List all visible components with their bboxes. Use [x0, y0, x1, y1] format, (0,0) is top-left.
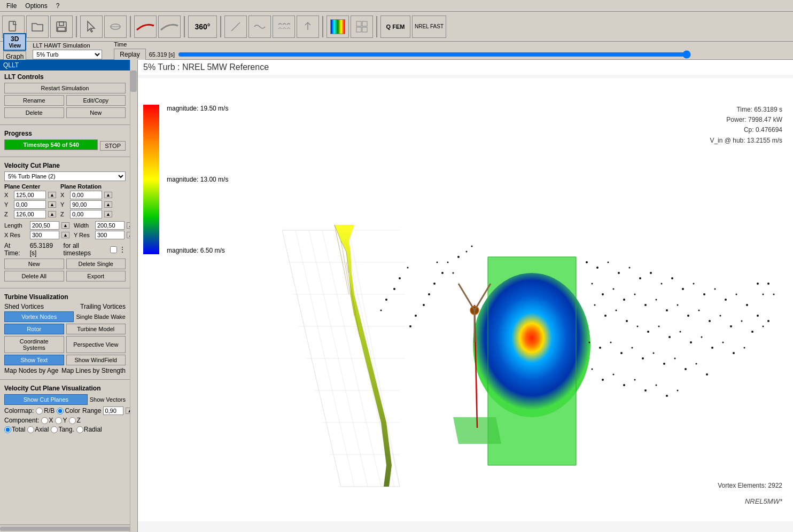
- wave1-button[interactable]: [248, 15, 271, 38]
- z-center-input[interactable]: [14, 210, 46, 218]
- qfem-button[interactable]: Q FEM: [380, 15, 410, 38]
- vortex-elements-info: Vortex Elements: 2922: [718, 482, 782, 489]
- circle-tool-button[interactable]: [104, 15, 127, 38]
- settings-icon[interactable]: ⋮: [119, 246, 126, 253]
- z-comp-radio[interactable]: [69, 417, 76, 424]
- color-radio[interactable]: [57, 408, 64, 414]
- colormap-green-button[interactable]: [326, 15, 349, 38]
- show-text-button[interactable]: Show Text: [4, 355, 64, 365]
- stop-button[interactable]: STOP: [100, 141, 126, 151]
- replay-button[interactable]: Replay: [114, 49, 145, 60]
- z-rot-input[interactable]: [70, 210, 102, 218]
- 360-view-button[interactable]: 360°: [188, 15, 217, 38]
- total-comp-label: Total: [4, 426, 25, 433]
- yres-input[interactable]: [95, 231, 125, 239]
- vortex-mesh: [335, 225, 392, 487]
- scrollbar-thumb[interactable]: [130, 71, 137, 92]
- svg-point-70: [725, 299, 727, 301]
- rb-radio[interactable]: [36, 408, 43, 414]
- delete-button[interactable]: Delete: [4, 107, 64, 118]
- turbine-model-button[interactable]: Turbine Model: [66, 324, 126, 334]
- range-input[interactable]: [103, 406, 123, 415]
- menu-file[interactable]: File: [2, 1, 21, 11]
- svg-point-62: [639, 277, 641, 279]
- open-file-button[interactable]: [26, 15, 49, 38]
- svg-point-125: [613, 374, 615, 375]
- delete-all-button[interactable]: Delete All: [4, 271, 64, 281]
- y-center-up[interactable]: ▲: [48, 201, 56, 208]
- show-cut-planes-button[interactable]: Show Cut Planes: [4, 394, 88, 405]
- time-slider[interactable]: [178, 50, 691, 59]
- nrel-fast-button[interactable]: NREL FAST: [412, 15, 446, 38]
- vcp-viz-section: Velocity Cut Plane Visualization Show Cu…: [0, 382, 130, 436]
- width-input[interactable]: [95, 221, 125, 230]
- x-rot-input[interactable]: [70, 191, 102, 199]
- rename-button[interactable]: Rename: [4, 95, 64, 106]
- total-comp-radio[interactable]: [4, 426, 11, 433]
- xres-input[interactable]: [30, 231, 59, 239]
- z-rot-up[interactable]: ▲: [104, 211, 112, 217]
- radial-comp-radio[interactable]: [76, 426, 83, 433]
- x-center-up[interactable]: ▲: [48, 192, 56, 198]
- z-center-up[interactable]: ▲: [48, 211, 56, 217]
- new-sim-button[interactable]: New: [66, 107, 126, 118]
- svg-point-46: [437, 262, 438, 263]
- velocity-plane-select[interactable]: 5% Turb Plane (2): [4, 171, 126, 181]
- x-center-input[interactable]: [14, 191, 46, 199]
- x-comp-radio[interactable]: [41, 417, 48, 424]
- svg-point-130: [666, 395, 668, 397]
- llt-hawt-label: LLT HAWT Simulation: [33, 42, 102, 49]
- new-plane-button[interactable]: New: [4, 259, 64, 269]
- 3d-render-area[interactable]: magnitude: 19.50 m/s magnitude: 13.00 m/…: [138, 78, 793, 521]
- svg-point-110: [767, 320, 769, 322]
- blade-red-button[interactable]: [134, 15, 157, 38]
- svg-point-73: [592, 283, 593, 285]
- coord-sys-button[interactable]: Coordinate Systems: [4, 336, 64, 353]
- length-input[interactable]: [30, 221, 59, 230]
- y-comp-radio[interactable]: [55, 417, 62, 424]
- axial-comp-radio[interactable]: [27, 426, 34, 433]
- show-windfield-button[interactable]: Show WindField: [66, 355, 126, 365]
- menu-help[interactable]: ?: [52, 1, 64, 11]
- y-rot-input[interactable]: [70, 200, 102, 209]
- perspective-view-button[interactable]: Perspective View: [66, 336, 126, 353]
- xres-up[interactable]: ▲: [61, 232, 69, 238]
- svg-point-60: [618, 272, 620, 274]
- for-all-label: for all timesteps: [64, 242, 108, 257]
- svg-point-66: [682, 288, 684, 290]
- simulation-select[interactable]: 5% Turb: [33, 50, 102, 59]
- y-rot-up[interactable]: ▲: [104, 201, 112, 208]
- edit-copy-button[interactable]: Edit/Copy: [66, 95, 126, 106]
- cursor-tool-button[interactable]: [80, 15, 103, 38]
- y-center-input[interactable]: [14, 200, 46, 209]
- svg-point-57: [586, 261, 588, 263]
- hscroll-bar[interactable]: [0, 527, 137, 531]
- 3d-view-button[interactable]: 3D View: [3, 33, 26, 51]
- line-tool-button[interactable]: [224, 15, 247, 38]
- svg-point-44: [409, 325, 411, 327]
- x-rot-up[interactable]: ▲: [104, 192, 112, 198]
- rotor-button[interactable]: Rotor: [4, 324, 64, 334]
- blade-gray-button[interactable]: [158, 15, 181, 38]
- delete-single-button[interactable]: Delete Single: [66, 259, 126, 269]
- length-up[interactable]: ▲: [61, 222, 69, 229]
- save-file-button[interactable]: [50, 15, 73, 38]
- vortex-nodes-button[interactable]: Vortex Nodes: [4, 311, 74, 322]
- for-all-checkbox[interactable]: [110, 246, 117, 253]
- turbine-viz-title: Turbine Visualization: [4, 293, 126, 301]
- svg-point-114: [620, 352, 623, 354]
- arrow-up-button[interactable]: [297, 15, 319, 38]
- tang-comp-radio[interactable]: [51, 426, 58, 433]
- export-button[interactable]: Export: [66, 271, 126, 281]
- sidebar-hscroll: [0, 525, 137, 532]
- restart-sim-button[interactable]: Restart Simulation: [4, 83, 126, 93]
- menu-options[interactable]: Options: [21, 1, 51, 11]
- svg-point-123: [592, 369, 593, 370]
- svg-point-108: [757, 315, 759, 317]
- grid-button[interactable]: [351, 15, 373, 38]
- wave2-button[interactable]: [273, 15, 295, 38]
- svg-point-47: [447, 262, 449, 263]
- sidebar: QLLT ▪ LLT Controls Restart Simulation R…: [0, 60, 138, 532]
- sidebar-scrollbar[interactable]: [130, 60, 137, 532]
- svg-point-102: [733, 352, 735, 354]
